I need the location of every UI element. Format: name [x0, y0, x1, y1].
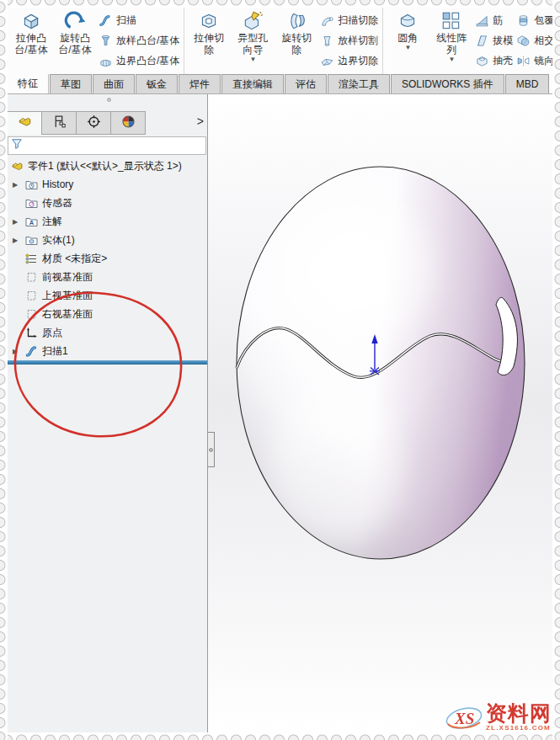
- fillet-icon: [397, 10, 419, 32]
- mirror-button[interactable]: 镜向: [516, 51, 553, 70]
- shell-icon: [475, 54, 489, 68]
- panel-tab-configuration-manager[interactable]: [76, 111, 111, 135]
- tab-sketch[interactable]: 草图: [50, 74, 92, 93]
- rib-label: 筋: [493, 13, 503, 28]
- expand-arrow-icon[interactable]: ▶: [13, 181, 18, 189]
- panel-expand-arrow[interactable]: >: [197, 114, 204, 128]
- tree-item-label: 前视基准面: [42, 270, 93, 285]
- origin-icon: [25, 327, 38, 339]
- loft-boss-button[interactable]: 放样凸台/基体: [99, 31, 179, 50]
- loft-cut-button[interactable]: 放样切割: [320, 31, 378, 50]
- sweep-cut-label: 扫描切除: [338, 13, 378, 28]
- tree-item-label: 实体(1): [42, 233, 75, 248]
- panel-tab-property-manager[interactable]: [41, 111, 77, 135]
- boundary-boss-label: 边界凸台/基体: [116, 54, 179, 68]
- watermark-site-name: 资料网: [486, 703, 552, 724]
- boundary-boss-button[interactable]: 边界凸台/基体: [99, 51, 179, 70]
- tab-solidworks-addins[interactable]: SOLIDWORKS 插件: [391, 74, 504, 93]
- sweep-feature-icon: [25, 345, 38, 358]
- pm-display-icon: [121, 114, 136, 132]
- boundary-cut-icon: [320, 54, 334, 68]
- mirror-icon: [516, 54, 531, 68]
- tab-surfaces[interactable]: 曲面: [93, 74, 135, 93]
- plane-icon: [25, 271, 38, 284]
- sweep-cut-button[interactable]: 扫描切除: [320, 11, 378, 29]
- panel-splitter-handle[interactable]: [208, 432, 215, 467]
- panel-tab-display-manager[interactable]: [110, 111, 146, 135]
- tab-mbd[interactable]: MBD: [505, 74, 550, 93]
- fillet-label: 圆角: [397, 32, 418, 44]
- tab-direct-editing[interactable]: 直接编辑: [221, 74, 284, 93]
- tab-render-tools[interactable]: 渲染工具: [328, 74, 390, 93]
- pm-config-icon: [87, 114, 101, 132]
- linear-pattern-button[interactable]: 线性阵 列▼: [429, 8, 473, 73]
- ribbon-group-boss-base: 拉伸凸 台/基体旋转凸 台/基体扫描放样凸台/基体边界凸台/基体: [7, 7, 184, 74]
- tree-item-sensors[interactable]: 传感器: [7, 194, 207, 212]
- tree-item-history[interactable]: ▶History: [7, 175, 207, 194]
- tree-item-origin[interactable]: 原点: [7, 323, 207, 342]
- filter-input[interactable]: [25, 138, 203, 153]
- solids-folder-icon: [25, 234, 38, 247]
- panel-grip-dot[interactable]: [107, 98, 111, 102]
- pm-property-icon: [52, 114, 67, 132]
- revolve-boss-label: 旋转凸 台/基体: [58, 32, 91, 56]
- tree-item-top-plane[interactable]: 上视基准面: [7, 286, 207, 305]
- egg-model: [208, 94, 553, 734]
- sweep-button[interactable]: 扫描: [99, 11, 179, 29]
- panel-tab-feature-manager[interactable]: [7, 111, 42, 135]
- tree-item-front-plane[interactable]: 前视基准面: [7, 268, 207, 286]
- tree-item-part-root[interactable]: 零件1 (默认<<默认>_显示状态 1>): [7, 157, 207, 175]
- expand-arrow-icon[interactable]: ▶: [13, 348, 18, 355]
- extrude-boss-label: 拉伸凸 台/基体: [14, 32, 47, 56]
- tree-item-annotations[interactable]: ▶A注解: [7, 212, 207, 231]
- ribbon-groups: 拉伸凸 台/基体旋转凸 台/基体扫描放样凸台/基体边界凸台/基体拉伸切 除异型孔…: [7, 7, 553, 74]
- expand-arrow-icon[interactable]: ▶: [13, 237, 18, 244]
- shell-button[interactable]: 抽壳: [475, 51, 513, 70]
- svg-text:XS: XS: [454, 710, 474, 727]
- linear-pattern-label: 线性阵 列: [436, 32, 467, 56]
- wrap-button[interactable]: 包覆: [516, 11, 553, 29]
- tab-sheet-metal[interactable]: 钣金: [136, 74, 178, 93]
- loft-cut-label: 放样切割: [338, 34, 378, 48]
- intersect-button[interactable]: 相交: [516, 31, 553, 50]
- dropdown-arrow-icon[interactable]: ▼: [404, 45, 411, 51]
- stamp-edge-right: [552, 0, 560, 740]
- hole-wizard-button[interactable]: 异型孔 向导▼: [231, 8, 275, 73]
- tab-features[interactable]: 特征: [7, 74, 49, 93]
- tree-item-label: History: [42, 178, 73, 190]
- rib-button[interactable]: 筋: [475, 11, 513, 29]
- boundary-cut-button[interactable]: 边界切除: [320, 51, 378, 70]
- revolve-cut-button[interactable]: 旋转切 除: [275, 8, 318, 73]
- tree-item-label: 材质 <未指定>: [42, 252, 107, 266]
- tree-item-material[interactable]: 材质 <未指定>: [7, 249, 207, 268]
- plane-icon: [25, 290, 38, 302]
- extrude-cut-button[interactable]: 拉伸切 除: [187, 8, 231, 73]
- linear-pattern-icon: [440, 10, 462, 32]
- dropdown-arrow-icon[interactable]: ▼: [249, 56, 256, 63]
- dropdown-arrow-icon[interactable]: ▼: [448, 56, 455, 63]
- material-icon: [25, 253, 38, 265]
- tab-weldments[interactable]: 焊件: [179, 74, 221, 93]
- ribbon-group-features: 圆角▼线性阵 列▼筋拔模抽壳包覆相交镜向: [382, 7, 553, 74]
- draft-button[interactable]: 拔模: [475, 31, 513, 50]
- tab-evaluate[interactable]: 评估: [285, 74, 327, 93]
- sweep-icon: [99, 13, 113, 28]
- extrude-cut-label: 拉伸切 除: [194, 32, 224, 56]
- rollback-bar[interactable]: [7, 360, 207, 365]
- rib-icon: [475, 13, 489, 28]
- revolve-cut-icon: [285, 10, 307, 32]
- ribbon-group-cut: 拉伸切 除异型孔 向导▼旋转切 除扫描切除放样切割边界切除: [184, 7, 382, 74]
- fillet-button[interactable]: 圆角▼: [386, 8, 429, 73]
- tree-item-right-plane[interactable]: 右视基准面: [7, 305, 207, 323]
- screenshot-frame: 拉伸凸 台/基体旋转凸 台/基体扫描放样凸台/基体边界凸台/基体拉伸切 除异型孔…: [0, 0, 560, 740]
- tree-item-label: 扫描1: [42, 344, 68, 359]
- annotations-folder-icon: A: [25, 216, 38, 228]
- tree-item-solid-bodies[interactable]: ▶实体(1): [7, 231, 207, 249]
- graphics-viewport[interactable]: XS 资料网 ZL.XS1616.COM: [208, 94, 553, 734]
- revolve-boss-button[interactable]: 旋转凸 台/基体: [53, 8, 97, 73]
- extrude-boss-button[interactable]: 拉伸凸 台/基体: [9, 8, 53, 73]
- expand-arrow-icon[interactable]: ▶: [13, 218, 18, 226]
- tree-item-sweep1[interactable]: ▶扫描1: [7, 342, 207, 360]
- extrude-boss-icon: [20, 10, 42, 32]
- intersect-icon: [516, 34, 531, 48]
